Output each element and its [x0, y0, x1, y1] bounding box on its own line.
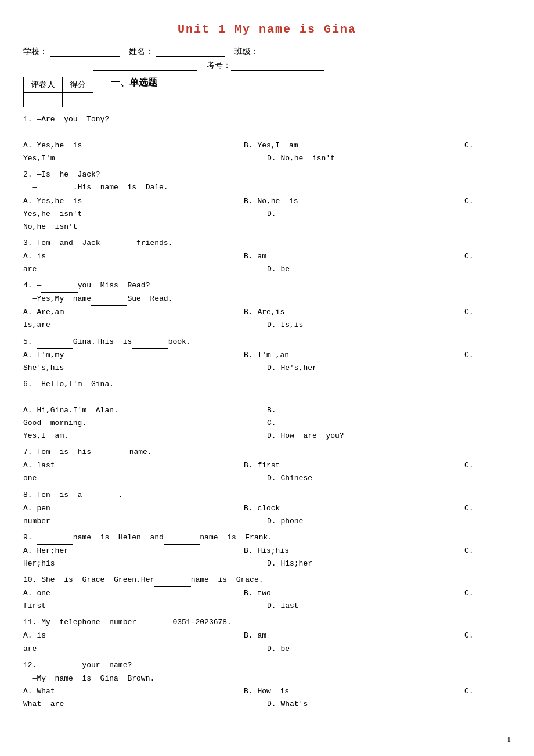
grade-table: 评卷人 得分	[23, 77, 93, 107]
q11-opt-c: C.	[464, 629, 511, 642]
question-12: 12. — your name? —My name is Gina Brown.…	[23, 659, 511, 711]
question-9: 9. name is Helen and name is Frank. A. H…	[23, 531, 511, 570]
q2-options: A. Yes,he is B. No,he is C.	[23, 195, 511, 208]
q5-text: 5. Gina.This is book.	[23, 336, 511, 349]
q10-opt-c: C.	[464, 587, 511, 600]
form-row-2: 考号：	[23, 60, 511, 71]
q2-options3: No,he isn't	[23, 221, 511, 233]
q4-options: A. Are,am B. Are,is C.	[23, 306, 511, 319]
q2-text: 2. —Is he Jack?	[23, 168, 511, 181]
exam-label: 考号：	[207, 60, 231, 71]
q5-options: A. I'm,my B. I'm ,an C.	[23, 349, 511, 362]
q8-opt-c: C.	[464, 502, 511, 515]
q3-text: 3. Tom and Jack friends.	[23, 237, 511, 250]
q4-opt-c-text: Is,are	[23, 319, 267, 332]
q3-opt-b: B. am	[244, 250, 464, 263]
q4-answer-line: —Yes,My name Sue Read.	[23, 293, 511, 306]
q6-options3: Yes,I am. D. How are you?	[23, 430, 511, 442]
q6-opt-b: B.	[267, 404, 511, 417]
q3-opt-a: A. is	[23, 250, 244, 263]
question-10: 10. She is Grace Green.Her name is Grace…	[23, 574, 511, 613]
section-title: 一、单选题	[111, 77, 157, 89]
q7-opt-c: C.	[464, 459, 511, 472]
q2-opt-b: B. No,he is	[244, 195, 464, 208]
q1-opt-a: A. Yes,he is	[23, 139, 244, 152]
q11-options: A. is B. am C.	[23, 629, 511, 642]
q11-options2: are D. be	[23, 643, 511, 656]
q2-opt-a: A. Yes,he is	[23, 195, 244, 208]
name-label: 姓名：	[129, 46, 153, 57]
q1-opt-c: C.	[464, 139, 511, 152]
q12-opt-c: C.	[464, 685, 511, 698]
name-blank	[156, 47, 225, 57]
q8-opt-a: A. pen	[23, 502, 244, 515]
q1-opt-c-text: Yes,I'm	[23, 152, 267, 165]
q12-opt-b: B. How is	[244, 685, 464, 698]
q3-opt-d: D. be	[267, 263, 511, 276]
q2-opt-d-text: No,he isn't	[23, 221, 511, 233]
q4-opt-c: C.	[464, 306, 511, 319]
q1-answer-line: —	[23, 126, 511, 139]
q7-opt-d: D. Chinese	[267, 472, 511, 485]
q5-opt-d: D. He's,her	[267, 362, 511, 375]
q6-opt-b-text: Good morning.	[23, 417, 267, 430]
grade-table-area: 评卷人 得分 一、单选题	[23, 77, 511, 107]
q12-text: 12. — your name?	[23, 659, 511, 672]
school-label: 学校：	[23, 46, 48, 57]
q12-answer-line: —My name is Gina Brown.	[23, 672, 511, 685]
q4-opt-a: A. Are,am	[23, 306, 244, 319]
q4-options2: Is,are D. Is,is	[23, 319, 511, 332]
q7-options: A. last B. first C.	[23, 459, 511, 472]
q12-opt-a: A. What	[23, 685, 244, 698]
q2-opt-c: C.	[464, 195, 511, 208]
q6-text: 6. —Hello,I'm Gina.	[23, 378, 511, 391]
q6-options: A. Hi,Gina.I'm Alan. B.	[23, 404, 511, 417]
q5-opt-c-text: She's,his	[23, 362, 267, 375]
q8-opt-d: D. phone	[267, 515, 511, 528]
q7-opt-c-text: one	[23, 472, 267, 485]
q9-opt-b: B. His;his	[244, 545, 464, 557]
q9-text: 9. name is Helen and name is Frank.	[23, 531, 511, 545]
q12-opt-c-text: What are	[23, 698, 267, 711]
q12-options2: What are D. What's	[23, 698, 511, 711]
q8-opt-c-text: number	[23, 515, 267, 528]
question-2: 2. —Is he Jack? — .His name is Dale. A. …	[23, 168, 511, 233]
q10-opt-d: D. last	[267, 600, 511, 613]
q9-options: A. Her;her B. His;his C.	[23, 545, 511, 557]
q3-opt-c-text: are	[23, 263, 267, 276]
q7-opt-a: A. last	[23, 459, 244, 472]
q10-opt-a: A. one	[23, 587, 244, 600]
q8-options: A. pen B. clock C.	[23, 502, 511, 515]
q2-options2: Yes,he isn't D.	[23, 208, 511, 221]
q11-opt-b: B. am	[244, 629, 464, 642]
question-4: 4. — you Miss Read? —Yes,My name Sue Rea…	[23, 279, 511, 332]
q6-opt-a: A. Hi,Gina.I'm Alan.	[23, 404, 267, 417]
exam-prefix-blank	[93, 61, 197, 71]
question-8: 8. Ten is a . A. pen B. clock C. number …	[23, 489, 511, 528]
q1-options2: Yes,I'm D. No,he isn't	[23, 152, 511, 165]
q11-opt-a: A. is	[23, 629, 244, 642]
q9-opt-c: C.	[464, 545, 511, 557]
q3-opt-c: C.	[464, 250, 511, 263]
question-3: 3. Tom and Jack friends. A. is B. am C. …	[23, 237, 511, 276]
q6-options2: Good morning. C.	[23, 417, 511, 430]
q8-opt-b: B. clock	[244, 502, 464, 515]
q4-opt-d: D. Is,is	[267, 319, 511, 332]
q6-opt-d: D. How are you?	[267, 430, 511, 442]
q11-opt-d: D. be	[267, 643, 511, 656]
q12-opt-d: D. What's	[267, 698, 511, 711]
q1-opt-b: B. Yes,I am	[244, 139, 464, 152]
q8-text: 8. Ten is a .	[23, 489, 511, 502]
q7-opt-b: B. first	[244, 459, 464, 472]
q2-opt-c-text: Yes,he isn't	[23, 208, 267, 221]
q10-options: A. one B. two C.	[23, 587, 511, 600]
page-number: 1	[507, 735, 511, 744]
question-7: 7. Tom is his name. A. last B. first C. …	[23, 446, 511, 485]
q1-options: A. Yes,he is B. Yes,I am C.	[23, 139, 511, 152]
q10-text: 10. She is Grace Green.Her name is Grace…	[23, 574, 511, 587]
q4-opt-b: B. Are,is	[244, 306, 464, 319]
q1-text: 1. —Are you Tony?	[23, 113, 511, 126]
q2-opt-d: D.	[267, 208, 511, 221]
q6-opt-c-text: Yes,I am.	[23, 430, 267, 442]
question-11: 11. My telephone number 0351-2023678. A.…	[23, 616, 511, 655]
